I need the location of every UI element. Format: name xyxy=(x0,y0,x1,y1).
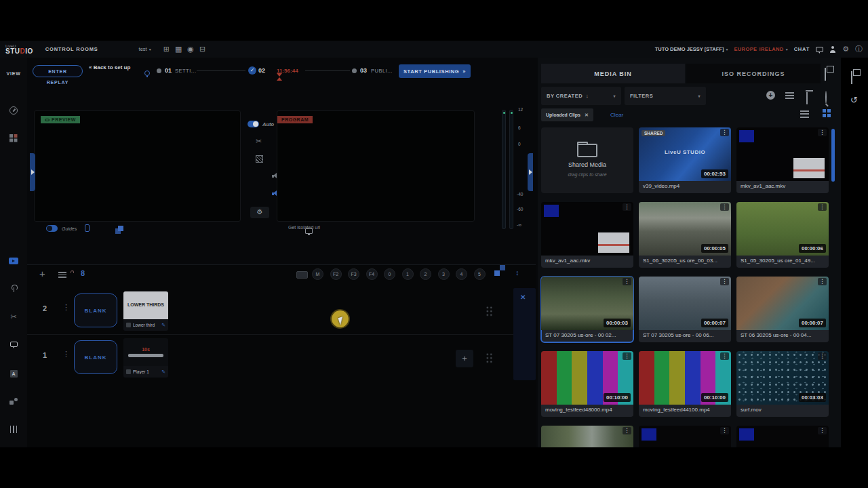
person-icon[interactable] xyxy=(829,46,836,53)
shortcut-key-m[interactable]: M xyxy=(312,268,323,280)
account-circle-icon[interactable]: ◉ xyxy=(187,45,194,53)
shortcut-key-5[interactable]: 5 xyxy=(474,268,486,280)
trash-icon[interactable] xyxy=(806,92,808,104)
sidebar-item-players[interactable] xyxy=(0,258,27,264)
filter-chip-uploaded-clips[interactable]: Uploaded Clips ✕ xyxy=(541,108,593,121)
transition-settings-button[interactable]: ⚙ xyxy=(250,207,269,218)
media-clip-card[interactable]: ⋮ xyxy=(541,426,633,447)
kebab-menu-icon[interactable]: ⋮ xyxy=(623,352,631,360)
search-icon[interactable] xyxy=(825,91,827,104)
chat-link[interactable]: CHAT xyxy=(794,46,810,52)
fade-transition-icon[interactable] xyxy=(256,155,263,163)
sidebar-item-integrations[interactable] xyxy=(0,398,27,405)
preview-monitor[interactable]: PREVIEW xyxy=(34,110,241,222)
cut-transition-icon[interactable]: ✂ xyxy=(256,138,262,145)
media-clip-card[interactable]: ⋮ 00:00:05 S1_06_30205_us ore_00_03... xyxy=(639,202,731,268)
edit-icon[interactable]: ✎ xyxy=(161,369,165,375)
media-clip-card[interactable]: SHARED LiveU STUDIO ⋮ 00:02:53 v39_video… xyxy=(639,127,731,193)
kebab-menu-icon[interactable]: ⋮ xyxy=(818,427,827,434)
isolated-url-link[interactable]: Get isolated url xyxy=(288,225,320,230)
kebab-menu-icon[interactable]: ⋮ xyxy=(720,129,729,136)
enter-replay-button[interactable]: ENTER REPLAY xyxy=(33,65,83,77)
sidebar-item-comms[interactable] xyxy=(0,342,27,347)
popout-panel-icon[interactable] xyxy=(825,68,826,81)
kebab-menu-icon[interactable]: ⋮ xyxy=(720,352,729,360)
shortcut-key-3[interactable]: 3 xyxy=(438,268,450,280)
shortcut-key-4[interactable]: 4 xyxy=(456,268,467,280)
chat-bubble-icon[interactable] xyxy=(816,47,823,52)
info-icon[interactable]: ⓘ xyxy=(855,45,863,53)
kebab-menu-icon[interactable]: ⋮ xyxy=(818,352,827,360)
tab-media-bin[interactable]: MEDIA BIN xyxy=(541,64,685,83)
layer-list-icon[interactable] xyxy=(58,272,66,278)
clear-filters-link[interactable]: Clear xyxy=(610,112,623,118)
gear-icon[interactable]: ⚙ xyxy=(842,45,849,53)
media-clip-card[interactable]: ⋮ 00:10:00 moving_testfeed48000.mp4 xyxy=(541,351,633,417)
user-menu[interactable]: TUTO DEMO JESSY [STAFF] ▾ xyxy=(655,46,728,52)
kebab-menu-icon[interactable]: ⋮ xyxy=(623,427,631,434)
media-clip-card[interactable]: ⋮ 00:00:06 S1_05_30205_us ore_01_49... xyxy=(736,202,829,268)
blank-source-button[interactable]: BLANK xyxy=(74,340,117,374)
add-layer-button[interactable]: + xyxy=(39,268,45,279)
kebab-menu-icon[interactable]: ⋮ xyxy=(720,427,729,434)
scrollbar-thumb[interactable] xyxy=(831,129,835,182)
row-menu-icon[interactable]: ⋮ xyxy=(62,303,70,312)
media-clip-card[interactable]: ⋮ 00:00:07 ST 06 30205 us-ore - 00 04... xyxy=(736,277,829,342)
kebab-menu-icon[interactable]: ⋮ xyxy=(623,203,631,211)
shortcut-key-f4[interactable]: F4 xyxy=(366,268,378,280)
row-menu-icon[interactable]: ⋮ xyxy=(62,350,70,359)
add-source-button[interactable]: + xyxy=(456,350,473,367)
reorder-icon[interactable]: ↕ xyxy=(515,268,519,277)
media-clip-card[interactable]: ⋮ 00:10:00 moving_testfeed44100.mp4 xyxy=(639,351,731,417)
chip-close-icon[interactable]: ✕ xyxy=(585,113,589,118)
calendar-icon[interactable]: ▦ xyxy=(175,45,182,53)
kebab-menu-icon[interactable]: ⋮ xyxy=(720,203,729,211)
kebab-menu-icon[interactable]: ⋮ xyxy=(818,129,827,136)
media-clip-card[interactable]: ⋮ 00:03:03 surf.mov xyxy=(736,351,829,417)
shortcut-key-1[interactable]: 1 xyxy=(402,268,414,280)
drag-handle-icon[interactable] xyxy=(486,306,493,317)
kebab-menu-icon[interactable]: ⋮ xyxy=(818,203,827,211)
sidebar-item-stream[interactable] xyxy=(0,285,27,292)
sidebar-item-graphics[interactable]: A xyxy=(0,370,27,378)
blank-source-button[interactable]: BLANK xyxy=(74,293,117,327)
keyboard-icon[interactable] xyxy=(296,271,308,279)
undo-icon[interactable]: ↺ xyxy=(850,95,858,105)
media-clip-card[interactable]: ⋮ xyxy=(736,426,829,447)
kebab-menu-icon[interactable]: ⋮ xyxy=(818,278,827,285)
media-clip-card[interactable]: ⋮ 00:00:07 ST 07 30205 us-ore - 00 06... xyxy=(639,277,731,342)
close-icon[interactable]: ✕ xyxy=(520,293,526,301)
edit-icon[interactable]: ✎ xyxy=(161,323,165,328)
kebab-menu-icon[interactable]: ⋮ xyxy=(623,278,631,285)
guides-toggle[interactable]: Guides xyxy=(46,225,77,232)
drag-handle-icon[interactable] xyxy=(486,352,493,363)
drop-target-strip[interactable]: ✕ xyxy=(513,288,536,380)
list-view-icon[interactable] xyxy=(800,110,809,118)
control-rooms-link[interactable]: CONTROL ROOMS xyxy=(45,46,98,52)
sidebar-expand-handle[interactable] xyxy=(30,153,35,191)
kebab-menu-icon[interactable]: ⋮ xyxy=(720,278,729,285)
shortcut-key-f3[interactable]: F3 xyxy=(348,268,359,280)
filters-dropdown[interactable]: FILTERS ▾ xyxy=(625,87,706,105)
media-clip-card[interactable]: ⋮ xyxy=(639,426,731,447)
sort-dropdown[interactable]: BY CREATED ↓ ▾ xyxy=(541,87,621,105)
back-to-setup-link[interactable]: « Back to set up xyxy=(89,64,143,71)
auto-transition-toggle[interactable]: Auto xyxy=(248,121,274,127)
start-publishing-button[interactable]: START PUBLISHING » xyxy=(399,64,471,78)
shortcut-key-f2[interactable]: F2 xyxy=(330,268,342,280)
player-tile[interactable]: 10s Player 1 ✎ xyxy=(123,338,168,378)
panel-expand-handle[interactable] xyxy=(528,153,533,191)
link-icon[interactable]: 8 xyxy=(81,269,85,277)
sidebar-item-dashboard[interactable] xyxy=(0,106,27,115)
media-clip-card-selected[interactable]: ⋮ 00:00:03 ST 07 30205 us-ore - 00 02... xyxy=(541,277,633,342)
project-select[interactable]: test ▾ xyxy=(139,46,151,52)
program-monitor[interactable]: PROGRAM xyxy=(277,110,475,222)
sidebar-item-audio[interactable] xyxy=(0,426,27,433)
shared-media-folder[interactable]: Shared Media drag clips to share xyxy=(541,127,633,193)
media-clip-card[interactable]: ⋮ 00:00:19 mkv_av1_aac.mkv xyxy=(541,202,633,268)
playlist-icon[interactable] xyxy=(785,92,794,99)
media-clip-card[interactable]: ⋮ 00:00:19 mkv_av1_aac.mkv xyxy=(736,127,829,193)
sidebar-item-cut[interactable]: ✂ xyxy=(0,313,27,321)
mobile-source-icon[interactable] xyxy=(85,224,90,232)
shortcut-key-2[interactable]: 2 xyxy=(420,268,431,280)
